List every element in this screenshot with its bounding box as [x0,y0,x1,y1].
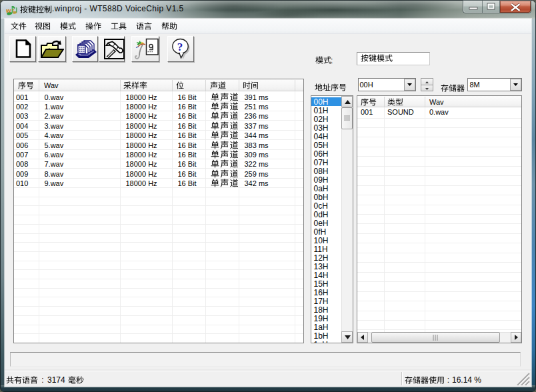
svg-text:t: t [13,7,15,13]
svg-text:w: w [6,7,11,14]
svg-text:?: ? [177,41,183,53]
